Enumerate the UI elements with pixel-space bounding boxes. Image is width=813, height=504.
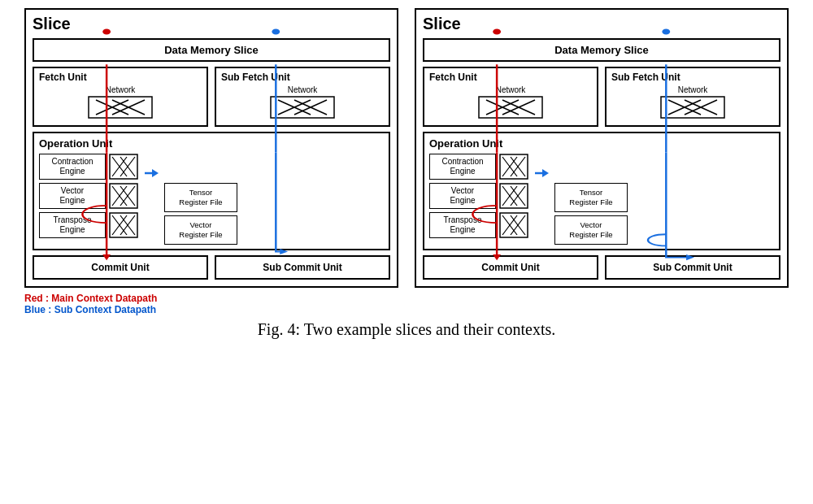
slice-left-fetch-row: Fetch Unit Network Sub Fetch Unit Networ… (33, 67, 390, 127)
vector-register-file-r: VectorRegister File (554, 215, 628, 245)
svg-rect-41 (500, 154, 528, 179)
right-arrow-icon (143, 160, 159, 186)
slice-right-fetch-row: Fetch Unit Network Sub Fetch Unit Networ… (423, 67, 780, 127)
fetch-unit-title-r: Fetch Unit (429, 72, 592, 83)
slice-right-commit-row: Commit Unit Sub Commit Unit (423, 255, 780, 280)
vector-engine-row-r: VectorEngine (429, 183, 528, 209)
svg-marker-26 (152, 169, 159, 177)
fetch-unit-network-label-r: Network (429, 85, 592, 94)
vector-crossbar (109, 183, 138, 209)
sub-fetch-unit-network-label-r: Network (611, 85, 774, 94)
transpose-engine-label: TransposeEngine (39, 212, 106, 238)
svg-rect-5 (271, 97, 334, 118)
right-arrow-icon-r (533, 160, 550, 186)
transpose-crossbar-r (499, 212, 528, 238)
fig-caption: Fig. 4: Two example slices and their con… (258, 320, 556, 339)
slice-right-sub-fetch-unit: Sub Fetch Unit Network (605, 67, 780, 127)
slice-right-title: Slice (423, 15, 780, 33)
sub-fetch-unit-crossbar (221, 96, 384, 119)
slice-left-title: Slice (33, 15, 390, 33)
op-right-registers: TensorRegister File VectorRegister File (164, 154, 237, 245)
contraction-engine-label-r: ContractionEngine (429, 154, 496, 180)
svg-rect-20 (110, 213, 137, 237)
tensor-register-file: TensorRegister File (164, 183, 237, 212)
sub-fetch-unit-network-label: Network (221, 85, 384, 94)
commit-unit-right: Commit Unit (423, 255, 598, 280)
fetch-unit-crossbar-r (429, 96, 592, 119)
slice-right: Slice Data Memory Slice Fetch Unit Netwo… (415, 8, 789, 288)
op-inner-right: ContractionEngine VectorEngine (429, 154, 774, 245)
transpose-engine-row: TransposeEngine (39, 212, 138, 238)
contraction-engine-row: ContractionEngine (39, 154, 138, 180)
sub-fetch-unit-title: Sub Fetch Unit (221, 72, 384, 83)
op-right-engines: ContractionEngine VectorEngine (429, 154, 528, 245)
sub-fetch-unit-crossbar-r (611, 96, 774, 119)
svg-rect-31 (479, 97, 542, 118)
slice-right-operation-unit: Operation Unit ContractionEngine (423, 132, 780, 250)
commit-unit-left: Commit Unit (33, 255, 208, 280)
op-right-registers-r: TensorRegister File VectorRegister File (554, 154, 628, 245)
slice-right-data-memory: Data Memory Slice (423, 38, 780, 62)
svg-rect-51 (500, 213, 528, 237)
sub-fetch-unit-title-r: Sub Fetch Unit (611, 72, 774, 83)
sub-commit-unit-right: Sub Commit Unit (605, 255, 780, 280)
slice-left: Slice Data Memory Slice Fetch Unit Netwo… (24, 8, 398, 288)
contraction-crossbar (109, 154, 138, 180)
op-unit-title-right: Operation Unit (429, 137, 774, 150)
transpose-engine-label-r: TransposeEngine (429, 212, 496, 238)
svg-marker-57 (542, 169, 549, 177)
svg-rect-0 (89, 97, 152, 118)
op-unit-title-left: Operation Unit (39, 137, 384, 150)
fetch-unit-title: Fetch Unit (39, 72, 202, 83)
svg-rect-46 (500, 184, 528, 208)
slice-left-sub-fetch-unit: Sub Fetch Unit Network (215, 67, 390, 127)
contraction-engine-row-r: ContractionEngine (429, 154, 528, 180)
slice-left-operation-unit: Operation Unit ContractionEngine (33, 132, 390, 250)
vector-engine-row: VectorEngine (39, 183, 138, 209)
svg-rect-15 (110, 184, 137, 208)
legend-blue: Blue : Sub Context Datapath (24, 304, 156, 315)
sub-commit-unit-left: Sub Commit Unit (215, 255, 390, 280)
slice-left-commit-row: Commit Unit Sub Commit Unit (33, 255, 390, 280)
op-inner-left: ContractionEngine VectorEngine (39, 154, 384, 245)
vector-engine-label: VectorEngine (39, 183, 106, 209)
fetch-unit-network-label: Network (39, 85, 202, 94)
legend-red: Red : Main Context Datapath (24, 293, 157, 304)
slice-right-fetch-unit: Fetch Unit Network (423, 67, 598, 127)
transpose-crossbar (109, 212, 138, 238)
legend: Red : Main Context Datapath Blue : Sub C… (8, 293, 157, 315)
contraction-crossbar-r (499, 154, 528, 180)
tensor-register-file-r: TensorRegister File (554, 183, 628, 212)
vector-register-file: VectorRegister File (164, 215, 237, 245)
contraction-engine-label: ContractionEngine (39, 154, 106, 180)
transpose-engine-row-r: TransposeEngine (429, 212, 528, 238)
svg-rect-10 (110, 154, 137, 179)
op-left-engines: ContractionEngine VectorEngine (39, 154, 138, 245)
op-arrow-right (143, 154, 159, 245)
slice-left-fetch-unit: Fetch Unit Network (33, 67, 208, 127)
vector-crossbar-r (499, 183, 528, 209)
fetch-unit-crossbar (39, 96, 202, 119)
vector-engine-label-r: VectorEngine (429, 183, 496, 209)
slice-left-data-memory: Data Memory Slice (33, 38, 390, 62)
op-arrow-right-r (533, 154, 550, 245)
diagrams-row: Slice Data Memory Slice Fetch Unit Netwo… (8, 8, 805, 288)
svg-rect-36 (661, 97, 724, 118)
